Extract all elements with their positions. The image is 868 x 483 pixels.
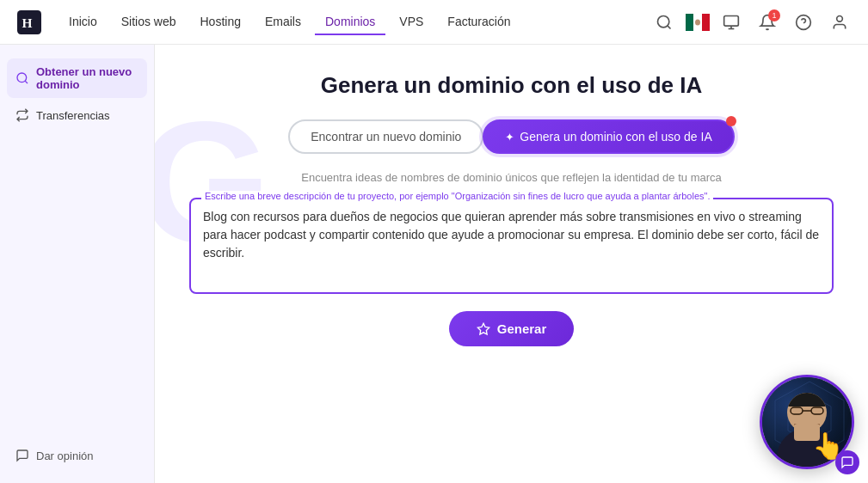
description-container: Escribe una breve descripción de tu proy…	[189, 198, 834, 294]
generate-button[interactable]: Generar	[449, 311, 575, 346]
svg-marker-16	[477, 323, 489, 334]
sidebar-nuevo-dominio-label: Obtener un nuevo dominio	[36, 65, 139, 91]
language-selector[interactable]	[686, 14, 710, 31]
user-button[interactable]	[825, 8, 854, 37]
sidebar-transferencias-label: Transferencias	[36, 109, 110, 122]
svg-point-2	[658, 15, 669, 27]
nav-facturacion[interactable]: Facturación	[437, 9, 520, 35]
sidebar-top: Obtener un nuevo dominio Transferencias	[7, 58, 147, 132]
sidebar-item-nuevo-dominio[interactable]: Obtener un nuevo dominio	[7, 58, 147, 98]
subtitle: Encuentra ideas de nombres de dominio ún…	[189, 171, 834, 184]
svg-rect-19	[791, 407, 803, 414]
search-button[interactable]	[649, 8, 679, 37]
sparkle-icon	[477, 322, 490, 336]
nav-links: Inicio Sitios web Hosting Emails Dominio…	[58, 9, 649, 35]
svg-point-7	[695, 19, 700, 25]
main-content: G Genera un dominio con el uso de IA Enc…	[155, 45, 868, 483]
feedback-button[interactable]: Dar opinión	[15, 449, 139, 462]
svg-text:H: H	[22, 15, 33, 29]
svg-rect-4	[686, 14, 693, 31]
svg-rect-6	[702, 14, 710, 31]
svg-point-14	[17, 73, 27, 83]
sidebar-bottom: Dar opinión	[7, 442, 147, 469]
nav-inicio[interactable]: Inicio	[58, 9, 108, 35]
tab-row: Encontrar un nuevo dominio ✦Genera un do…	[189, 119, 834, 154]
nav-right-icons: 1	[649, 8, 854, 37]
nav-emails[interactable]: Emails	[255, 9, 311, 35]
feedback-label: Dar opinión	[36, 449, 94, 462]
monitor-button[interactable]	[717, 8, 746, 37]
notif-count: 1	[768, 9, 780, 21]
logo[interactable]: H	[14, 7, 45, 38]
transfer-icon	[15, 108, 29, 122]
tab-find-domain[interactable]: Encontrar un nuevo dominio	[288, 119, 483, 154]
svg-rect-20	[811, 407, 823, 414]
page-title: Genera un dominio con el uso de IA	[189, 72, 834, 99]
layout: Obtener un nuevo dominio Transferencias …	[0, 45, 868, 483]
svg-rect-8	[724, 15, 739, 26]
topnav: H Inicio Sitios web Hosting Emails Domin…	[0, 0, 868, 45]
feedback-icon	[15, 449, 29, 462]
svg-point-13	[837, 15, 843, 21]
nav-dominios[interactable]: Dominios	[315, 9, 385, 35]
generate-btn-row: Generar	[189, 311, 834, 346]
sidebar: Obtener un nuevo dominio Transferencias …	[0, 45, 155, 483]
help-button[interactable]	[789, 8, 818, 37]
notifications-button[interactable]: 1	[753, 8, 782, 37]
description-input[interactable]	[203, 208, 820, 280]
nav-hosting[interactable]: Hosting	[190, 9, 251, 35]
sidebar-item-transferencias[interactable]: Transferencias	[7, 101, 147, 129]
svg-line-3	[668, 25, 671, 28]
nav-sitios-web[interactable]: Sitios web	[111, 9, 187, 35]
nav-vps[interactable]: VPS	[389, 9, 434, 35]
content-inner: Genera un dominio con el uso de IA Encon…	[189, 72, 834, 346]
search-icon	[15, 71, 29, 85]
textarea-label: Escribe una breve descripción de tu proy…	[201, 191, 713, 201]
chat-bubble-icon[interactable]	[835, 450, 859, 474]
tab-ai-domain[interactable]: ✦Genera un dominio con el uso de IA	[483, 119, 734, 154]
message-icon	[840, 455, 854, 469]
svg-line-15	[25, 81, 28, 83]
sparkle-icon: ✦	[505, 131, 514, 144]
